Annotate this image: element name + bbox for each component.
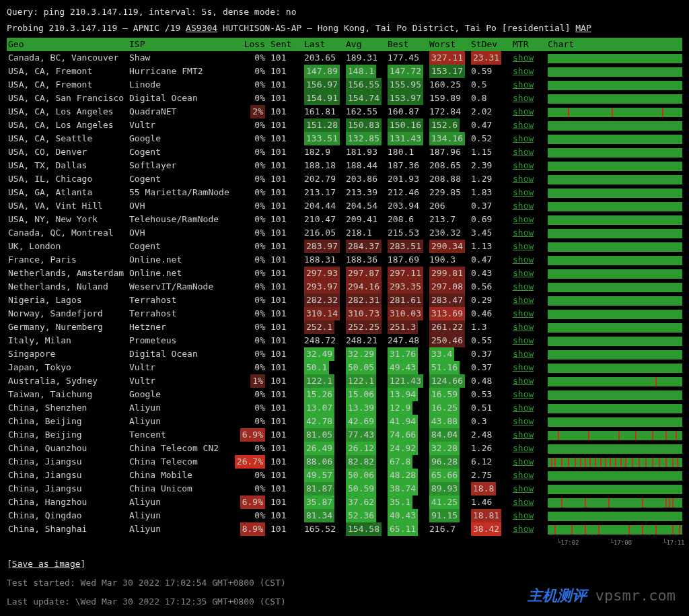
mtr-show[interactable]: show — [511, 428, 545, 442]
asn-link[interactable]: AS9304 — [186, 23, 217, 33]
table-row: USA, CA, FremontHurricane FMT20%101147.8… — [7, 65, 682, 78]
probe-mid: HUTCHISON-AS-AP – Hong Kong, Tai Po Dist… — [217, 23, 575, 33]
mtr-show[interactable]: show — [511, 145, 545, 159]
table-row: USA, CA, FremontLinode0%101156.97156.551… — [7, 78, 682, 92]
mtr-show[interactable]: show — [511, 199, 545, 213]
mtr-show[interactable]: show — [511, 320, 545, 334]
mtr-show[interactable]: show — [511, 388, 545, 401]
mtr-show[interactable]: show — [511, 442, 545, 455]
table-row: SingaporeDigital Ocean0%10132.4932.2931.… — [7, 347, 682, 361]
table-row: China, BeijingAliyun0%10142.7842.6941.94… — [7, 415, 682, 428]
table-row: China, BeijingTencent6.9%10181.0577.4374… — [7, 428, 682, 442]
map-link[interactable]: MAP — [575, 23, 591, 33]
table-row: USA, CO, DenverCogent0%101182.9181.93180… — [7, 145, 682, 159]
hdr-avg: Avg — [344, 38, 386, 51]
probe-prefix: Probing 210.3.147.119 – APNIC /19 — [7, 23, 186, 33]
mtr-show[interactable]: show — [511, 334, 545, 347]
table-row: USA, TX, DallasSoftlayer0%101188.18188.4… — [7, 159, 682, 172]
hdr-sent: Sent — [269, 38, 303, 51]
probe-line: Probing 210.3.147.119 – APNIC /19 AS9304… — [7, 22, 682, 35]
mtr-show[interactable]: show — [511, 226, 545, 240]
table-row: China, ShenzhenAliyun0%10113.0713.3912.9… — [7, 401, 682, 415]
table-body: Canada, BC, VancouverShaw0%101203.65189.… — [7, 51, 682, 536]
mtr-show[interactable]: show — [511, 159, 545, 172]
table-row: China, QingdaoAliyun0%10181.3452.3640.43… — [7, 509, 682, 522]
mtr-show[interactable]: show — [511, 105, 545, 118]
hdr-last: Last — [303, 38, 344, 51]
table-row: Japan, TokyoVultr0%10150.150.0549.4351.1… — [7, 361, 682, 374]
table-row: USA, IL, ChicagoCogent0%101202.79203.862… — [7, 172, 682, 186]
mtr-show[interactable]: show — [511, 172, 545, 186]
watermark: 主机测评 vpsmr.com — [528, 589, 676, 603]
table-row: USA, CA, Los AngelesVultr0%101151.28150.… — [7, 118, 682, 132]
hdr-worst: Worst — [428, 38, 470, 51]
table-row: Germany, NurembergHetzner0%101252.1252.2… — [7, 320, 682, 334]
mtr-show[interactable]: show — [511, 132, 545, 145]
hdr-mtr: MTR — [511, 38, 545, 51]
table-row: Australia, SydneyVultr1%101122.1122.1121… — [7, 374, 682, 388]
hdr-isp: ISP — [128, 38, 233, 51]
mtr-show[interactable]: show — [511, 267, 545, 280]
hdr-chart: Chart — [545, 38, 682, 51]
chart-axis: └17:02└17:06└17:11 — [557, 536, 682, 549]
mtr-show[interactable]: show — [511, 509, 545, 522]
hdr-stdev: StDev — [470, 38, 511, 51]
table-row: China, QuanzhouChina Telecom CN20%10126.… — [7, 442, 682, 455]
table-row: China, ShanghaiAliyun8.9%101165.52154.58… — [7, 522, 682, 536]
hdr-loss: Loss — [233, 38, 269, 51]
table-row: Canada, BC, VancouverShaw0%101203.65189.… — [7, 51, 682, 65]
mtr-show[interactable]: show — [511, 51, 545, 65]
mtr-show[interactable]: show — [511, 482, 545, 495]
mtr-show[interactable]: show — [511, 78, 545, 92]
table-row: Canada, QC, MontrealOVH0%101216.05218.12… — [7, 226, 682, 240]
mtr-show[interactable]: show — [511, 361, 545, 374]
mtr-show[interactable]: show — [511, 307, 545, 320]
query-line: Query: ping 210.3.147.119, interval: 5s,… — [7, 5, 682, 19]
table-row: Italy, MilanPrometeus0%101248.72248.2124… — [7, 334, 682, 347]
mtr-show[interactable]: show — [511, 294, 545, 307]
mtr-show[interactable]: show — [511, 415, 545, 428]
mtr-show[interactable]: show — [511, 240, 545, 253]
table-row: Nigeria, LagosTerrahost0%101282.32282.31… — [7, 294, 682, 307]
table-row: Netherlands, AmsterdamOnline.net0%101297… — [7, 267, 682, 280]
mtr-show[interactable]: show — [511, 118, 545, 132]
table-row: France, ParisOnline.net0%101188.31188.36… — [7, 253, 682, 267]
table-row: Norway, SandefjordTerrahost0%101310.1431… — [7, 307, 682, 320]
table-row: Taiwan, TaichungGoogle0%10115.2615.0613.… — [7, 388, 682, 401]
table-row: China, JiangsuChina Telecom26.7%10188.06… — [7, 455, 682, 469]
table-row: USA, VA, Vint HillOVH0%101204.44204.5420… — [7, 199, 682, 213]
table-row: USA, GA, Atlanta55 Marietta/RamNode0%101… — [7, 186, 682, 199]
table-row: Netherlands, NulandWeservIT/RamNode0%101… — [7, 280, 682, 294]
table-row: USA, CA, SeattleGoogle0%101133.51132.851… — [7, 132, 682, 145]
table-row: USA, NY, New YorkTelehouse/RamNode0%1012… — [7, 213, 682, 226]
mtr-show[interactable]: show — [511, 522, 545, 536]
mtr-show[interactable]: show — [511, 401, 545, 415]
hdr-geo: Geo — [7, 38, 128, 51]
mtr-show[interactable]: show — [511, 186, 545, 199]
mtr-show[interactable]: show — [511, 253, 545, 267]
save-as-image[interactable]: [Save as image] — [7, 557, 682, 571]
mtr-show[interactable]: show — [511, 280, 545, 294]
table-row: USA, CA, San FranciscoDigital Ocean0%101… — [7, 92, 682, 105]
mtr-show[interactable]: show — [511, 347, 545, 361]
mtr-show[interactable]: show — [511, 213, 545, 226]
table-row: China, HangzhouAliyun6.9%10135.8737.6235… — [7, 495, 682, 509]
mtr-show[interactable]: show — [511, 469, 545, 482]
mtr-show[interactable]: show — [511, 92, 545, 105]
table-header: Geo ISP Loss Sent Last Avg Best Worst St… — [7, 38, 682, 51]
mtr-show[interactable]: show — [511, 495, 545, 509]
table-row: China, JiangsuChina Mobile0%10149.5750.0… — [7, 469, 682, 482]
hdr-best: Best — [386, 38, 428, 51]
mtr-show[interactable]: show — [511, 455, 545, 469]
table-row: UK, LondonCogent0%101283.97284.37283.512… — [7, 240, 682, 253]
table-row: USA, CA, Los AngelesQuadraNET2%101161.81… — [7, 105, 682, 118]
mtr-show[interactable]: show — [511, 65, 545, 78]
mtr-show[interactable]: show — [511, 374, 545, 388]
table-row: China, JiangsuChina Unicom0%10181.8750.5… — [7, 482, 682, 495]
